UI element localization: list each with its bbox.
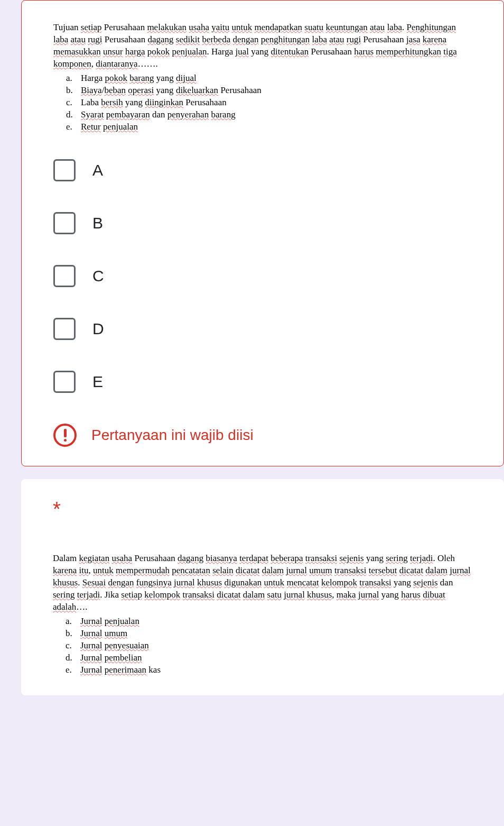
question-paragraph-2: Dalam kegiatan usaha Perusahaan dagang b…	[53, 553, 472, 613]
checkbox-d[interactable]	[53, 318, 76, 340]
question-text-image-2: Dalam kegiatan usaha Perusahaan dagang b…	[53, 553, 472, 676]
error-message-row: Pertanyaan ini wajib diisi	[53, 424, 472, 447]
option-label-c: C	[92, 267, 104, 285]
question-list-1: a.Harga pokok barang yang dijual b.Biaya…	[53, 72, 472, 133]
option-row-c[interactable]: C	[53, 265, 472, 287]
checkbox-a[interactable]	[53, 159, 76, 181]
option-row-a[interactable]: A	[53, 159, 472, 181]
option-label-a: A	[92, 161, 103, 179]
question-text-image-1: Tujuan setiap Perusahaan melakukan usaha…	[53, 22, 472, 133]
checkbox-c[interactable]	[53, 265, 76, 287]
error-text: Pertanyaan ini wajib diisi	[91, 427, 254, 444]
answer-options-1: A B C D E	[53, 159, 472, 393]
question-card-1: Tujuan setiap Perusahaan melakukan usaha…	[21, 0, 504, 466]
option-row-d[interactable]: D	[53, 318, 472, 340]
option-label-e: E	[92, 373, 103, 391]
option-row-e[interactable]: E	[53, 371, 472, 393]
question-card-2: * Dalam kegiatan usaha Perusahaan dagang…	[21, 479, 504, 695]
error-icon	[53, 424, 77, 447]
option-label-b: B	[92, 214, 103, 232]
option-row-b[interactable]: B	[53, 212, 472, 234]
checkbox-b[interactable]	[53, 212, 76, 234]
required-asterisk: *	[53, 498, 472, 521]
checkbox-e[interactable]	[53, 371, 76, 393]
question-paragraph-1: Tujuan setiap Perusahaan melakukan usaha…	[53, 22, 472, 70]
question-list-2: a.Jurnal penjualan b.Jurnal umum c.Jurna…	[53, 616, 472, 676]
option-label-d: D	[92, 320, 104, 338]
